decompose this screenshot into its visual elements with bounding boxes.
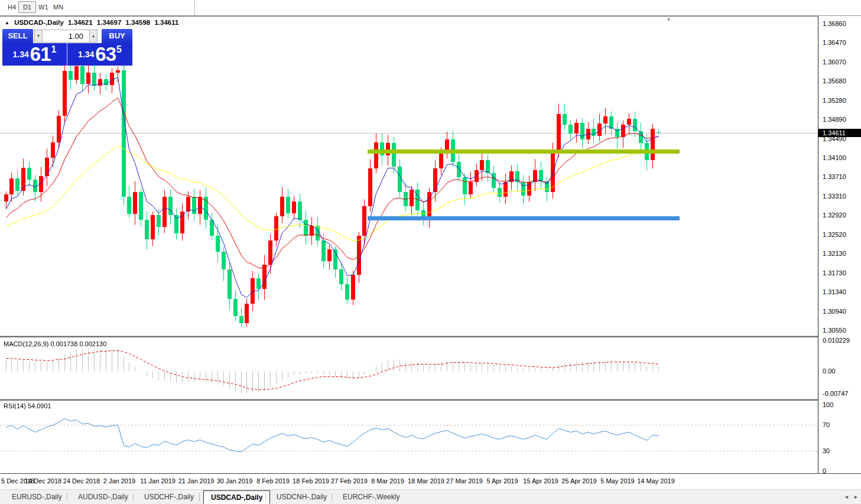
buy-button[interactable]: BUY [102,29,132,43]
date-axis-label: 5 May 2019 [600,477,634,485]
one-click-trading-panel: SELL ▼ ▲ BUY 1.34611 1.34635 [2,29,132,66]
date-axis-label: 14 May 2019 [637,477,675,485]
price-axis-label: 1.31340 [823,288,846,296]
symbol-tab-usdcnh[interactable]: USDCNH-,Daily [269,491,334,503]
pane-separator-rsi[interactable] [0,399,861,401]
price-axis-label: 1.34100 [823,154,846,162]
price-axis-label: 1.35280 [823,97,846,105]
symbol-title: USDCAD-,Daily [14,19,64,26]
chart-header: ▲ USDCAD-,Daily 1.34621 1.34697 1.34598 … [5,19,181,26]
date-axis-label: 5 Apr 2019 [486,477,518,485]
symbol-tab-eurchf[interactable]: EURCHF-,Weekly [336,491,407,503]
date-axis-label: 25 Apr 2019 [561,477,596,485]
tab-scroll-right-icon[interactable]: ► [853,494,859,500]
price-axis-label: 1.30940 [823,308,846,316]
sell-price-big: 61 [30,43,51,65]
price-axis-label: 1.31730 [823,269,846,277]
price-axis-label: 1.32520 [823,231,846,239]
chart-shift-marker-icon[interactable]: ▼ [666,17,671,22]
symbol-tab-usdcad[interactable]: USDCAD-,Daily [203,490,270,504]
ohlc-low: 1.34598 [126,19,151,26]
price-axis[interactable]: 1.368601.364701.360701.356801.352801.348… [818,16,861,473]
price-axis-label: 1.36860 [823,20,846,28]
symbol-tab-eurusd[interactable]: EURUSD-,Daily [5,491,69,503]
volume-increase-button[interactable]: ▲ [89,30,98,43]
chart-top-border [0,16,861,17]
main-chart-canvas[interactable] [0,16,861,489]
ohlc-open: 1.34621 [68,19,93,26]
sell-price-prefix: 1.34 [13,50,29,59]
date-axis[interactable]: 5 Dec 201814 Dec 201824 Dec 20182 Jan 20… [0,474,818,489]
price-axis-label: 1.36470 [823,39,846,47]
date-axis-label: 27 Feb 2019 [331,477,368,485]
ohlc-close: 1.34611 [154,19,178,26]
date-axis-label: 8 Mar 2019 [371,477,404,485]
tab-separator [67,493,67,501]
buy-price-sup: 5 [116,44,122,54]
collapse-panel-icon[interactable]: ▲ [5,20,9,25]
sell-price-display[interactable]: 1.34611 [2,43,67,66]
timeframe-tab-d1[interactable]: D1 [18,1,36,13]
date-axis-label: 18 Mar 2019 [408,477,444,485]
date-axis-label: 15 Apr 2019 [523,477,558,485]
date-axis-label: 21 Jan 2019 [178,477,215,485]
date-axis-label: 2 Jan 2019 [103,477,135,485]
rsi-axis-label: 100 [823,401,833,409]
trade-panel-prices: 1.34611 1.34635 [2,43,132,66]
sell-price-sup: 1 [51,44,57,54]
date-axis-label: 27 Mar 2019 [446,477,483,485]
date-axis-label: 14 Dec 2018 [25,477,61,485]
toolbar-separator [194,0,195,15]
chevron-up-icon: ▲ [92,34,96,38]
price-axis-label: 1.35680 [823,77,846,85]
tab-scroll-left-icon[interactable]: ◄ [844,494,849,500]
rsi-axis-label: 70 [823,421,830,429]
price-axis-label: 1.33310 [823,193,846,200]
sell-button[interactable]: SELL [2,29,33,43]
price-axis-label: 1.32920 [823,212,846,219]
current-price-tag: 1.34611 [818,129,861,137]
macd-axis-label: -0.00747 [823,390,848,398]
volume-decrease-button[interactable]: ▼ [34,30,43,43]
volume-input[interactable] [43,30,89,43]
ohlc-high: 1.34697 [97,19,122,26]
tab-separator [199,493,200,501]
price-axis-label: 1.30550 [823,327,846,334]
macd-axis-label: 0.010229 [823,337,850,344]
rsi-axis-label: 30 [823,447,830,455]
date-axis-label: 24 Dec 2018 [63,477,100,485]
trading-app-window: H4D1W1MN ▼ ▲ USDCAD-,Daily 1.34621 1.346… [0,0,861,504]
timeframe-tab-mn[interactable]: MN [49,2,67,12]
rsi-indicator-label: RSI(14) 54.0901 [4,402,51,409]
trade-panel-controls: SELL ▼ ▲ BUY [2,29,132,43]
date-axis-label: 8 Feb 2019 [256,477,290,485]
symbol-tabbar: EURUSD-,DailyAUDUSD-,DailyUSDCHF-,DailyU… [0,489,861,504]
timeframe-tab-h4[interactable]: H4 [4,2,20,12]
date-axis-label: 11 Jan 2019 [140,477,176,485]
price-axis-label: 1.34890 [823,116,846,123]
symbol-tab-audusd[interactable]: AUDUSD-,Daily [71,491,135,503]
symbol-tab-usdchf[interactable]: USDCHF-,Daily [137,491,201,503]
price-axis-label: 1.32130 [823,250,846,258]
tab-separator [332,493,332,501]
buy-price-prefix: 1.34 [78,50,94,59]
tab-separator [133,493,134,501]
price-axis-label: 1.33710 [823,173,846,181]
date-axis-label: 30 Jan 2019 [217,477,253,485]
date-axis-label: 18 Feb 2019 [293,477,329,485]
rsi-axis-label: 0 [823,467,826,473]
buy-price-big: 63 [95,43,116,65]
tab-separator [265,493,266,501]
timeframe-toolbar: H4D1W1MN [0,0,861,16]
buy-price-display[interactable]: 1.34635 [67,43,132,66]
macd-axis-label: 0.00 [823,368,835,375]
chevron-down-icon: ▼ [37,34,41,38]
chart-window: ▼ ▲ USDCAD-,Daily 1.34621 1.34697 1.3459… [0,16,861,489]
price-axis-label: 1.36070 [823,58,846,66]
macd-indicator-label: MACD(12,26,9) 0.001738 0.002130 [4,340,106,347]
pane-separator-macd[interactable] [0,336,861,337]
